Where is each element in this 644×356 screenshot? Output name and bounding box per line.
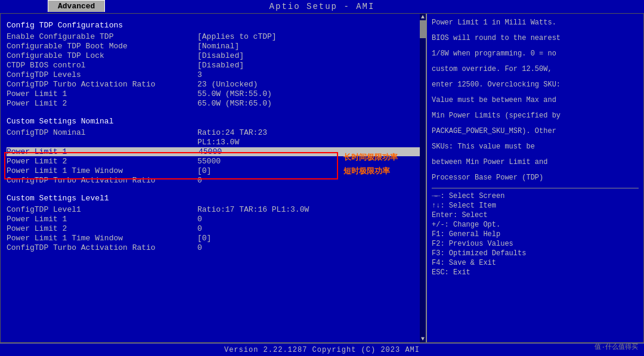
help-text-block: Power Limit 1 in Milli Watts. BIOS will …: [432, 17, 639, 183]
row-label: ConfigTDP Nominal: [7, 128, 197, 137]
help-line-3: custom override. For 12.50W,: [432, 64, 639, 75]
row-label: Power Limit 2: [7, 224, 197, 233]
annotation-text-1: 长时间极限功率: [343, 152, 398, 163]
row-value: PL1:13.0W: [197, 138, 420, 147]
row-label: ConfigTDP Turbo Activation Ratio: [7, 243, 197, 252]
key-help-1: ↑↓: Select Item: [432, 202, 639, 210]
help-line-9: between Min Power Limit and: [432, 157, 639, 168]
key-help-3: +/-: Change Opt.: [432, 221, 639, 229]
title-bar: Aptio Setup - AMI: [270, 2, 375, 11]
row-label: Configurable TDP Lock: [7, 51, 197, 60]
table-row: ConfigTDP Turbo Activation Ratio 0: [7, 243, 420, 252]
scroll-down-icon[interactable]: ▼: [420, 336, 426, 342]
help-line-6: Min Power Limits (specified by: [432, 110, 639, 121]
row-label: Power Limit 1: [7, 89, 197, 98]
help-line-5: Value must be between Max and: [432, 95, 639, 106]
table-row: Power Limit 1 Time Window [0]: [7, 234, 420, 243]
help-line-4: enter 12500. Overclocking SKU:: [432, 79, 639, 90]
table-row: ConfigTDP Levels 3: [7, 70, 420, 79]
row-value: 0: [197, 215, 420, 224]
key-help-4: F1: General Help: [432, 230, 639, 239]
key-help-block: →←: Select Screen ↑↓: Select Item Enter:…: [432, 192, 639, 277]
table-row: Power Limit 1 0: [7, 215, 420, 224]
row-label: ConfigTDP Turbo Activation Ratio: [7, 176, 197, 185]
row-label: Configurable TDP Boot Mode: [7, 42, 197, 51]
row-label: Power Limit 2: [7, 99, 197, 108]
help-line-8: SKUs: This value must be: [432, 141, 639, 152]
row-value: 3: [197, 70, 420, 79]
scrollbar-thumb[interactable]: [420, 20, 426, 38]
key-help-8: ESC: Exit: [432, 268, 639, 277]
row-value: 65.0W (MSR:65.0): [197, 99, 420, 108]
key-help-2: Enter: Select: [432, 211, 639, 219]
table-row: Configurable TDP Boot Mode [Nominal]: [7, 42, 420, 51]
row-value: [0]: [197, 234, 420, 243]
section1-title: Config TDP Configurations: [7, 21, 420, 30]
row-label: ConfigTDP Level1: [7, 205, 197, 214]
help-line-1: BIOS will round to the nearest: [432, 33, 639, 44]
table-row: Configurable TDP Lock [Disabled]: [7, 51, 420, 60]
table-row: ConfigTDP Level1 Ratio:17 TAR:16 PL1:3.0…: [7, 205, 420, 214]
row-value: 0: [197, 224, 420, 233]
row-label: CTDP BIOS control: [7, 61, 197, 70]
key-help-6: F3: Optimized Defaults: [432, 249, 639, 258]
row-label: ConfigTDP Levels: [7, 70, 197, 79]
table-row: Power Limit 2 0: [7, 224, 420, 233]
table-row: CTDP BIOS control [Disabled]: [7, 61, 420, 70]
row-value: [Applies to cTDP]: [197, 32, 420, 41]
row-value: [Disabled]: [197, 51, 420, 60]
row-value: [Nominal]: [197, 42, 420, 51]
table-row: Power Limit 2 65.0W (MSR:65.0): [7, 99, 420, 108]
key-help-7: F4: Save & Exit: [432, 259, 639, 267]
power-limit-2-label: Power Limit 2: [7, 157, 197, 166]
section2-title: Custom Settings Nominal: [7, 117, 420, 126]
divider: [432, 188, 639, 188]
key-help-0: →←: Select Screen: [432, 192, 639, 200]
row-label: Power Limit 1 Time Window: [7, 166, 197, 175]
table-row: ConfigTDP Turbo Activation Ratio 23 (Unl…: [7, 80, 420, 89]
row-value: 0: [197, 243, 420, 252]
row-value: 23 (Unlocked): [197, 80, 420, 89]
row-value: 0: [197, 176, 420, 185]
section3-title: Custom Settings Level1: [7, 194, 420, 203]
table-row: ConfigTDP Turbo Activation Ratio 0: [7, 176, 420, 185]
table-row: ConfigTDP Nominal Ratio:24 TAR:23: [7, 128, 420, 137]
left-panel: Config TDP Configurations Enable Configu…: [1, 14, 427, 342]
watermark: 值·什么值得买: [595, 342, 638, 351]
row-value: 55.0W (MSR:55.0): [197, 89, 420, 98]
key-help-5: F2: Previous Values: [432, 240, 639, 248]
version-text: Version 2.22.1287 Copyright (C) 2023 AMI: [224, 346, 420, 354]
main-area: Config TDP Configurations Enable Configu…: [0, 13, 644, 343]
scroll-up-icon[interactable]: ▲: [420, 14, 426, 20]
row-label: Power Limit 1 Time Window: [7, 234, 197, 243]
help-line-0: Power Limit 1 in Milli Watts.: [432, 17, 639, 28]
bottom-bar: Version 2.22.1287 Copyright (C) 2023 AMI: [0, 343, 644, 356]
row-label: ConfigTDP Turbo Activation Ratio: [7, 80, 197, 89]
tab-advanced[interactable]: Advanced: [48, 0, 105, 12]
table-row: PL1:13.0W: [7, 138, 420, 147]
row-label: [7, 138, 197, 147]
row-value: [Disabled]: [197, 61, 420, 70]
row-value: Ratio:17 TAR:16 PL1:3.0W: [197, 205, 420, 214]
help-line-2: 1/8W when programming. 0 = no: [432, 48, 639, 59]
power-limit-1-label: Power Limit 1: [7, 147, 197, 156]
row-value: Ratio:24 TAR:23: [197, 128, 420, 137]
row-label: Power Limit 1: [7, 215, 197, 224]
right-panel: Power Limit 1 in Milli Watts. BIOS will …: [427, 14, 643, 342]
table-row: Enable Configurable TDP [Applies to cTDP…: [7, 32, 420, 41]
help-line-10: Processor Base Power (TDP): [432, 172, 639, 183]
help-line-7: PACKAGE_POWER_SKU_MSR). Other: [432, 126, 639, 137]
top-bar: Advanced Aptio Setup - AMI: [0, 0, 644, 13]
annotation-text-2: 短时极限功率: [343, 166, 390, 177]
table-row: Power Limit 1 55.0W (MSR:55.0): [7, 89, 420, 98]
scrollbar[interactable]: ▲ ▼: [420, 14, 426, 342]
row-label: Enable Configurable TDP: [7, 32, 197, 41]
